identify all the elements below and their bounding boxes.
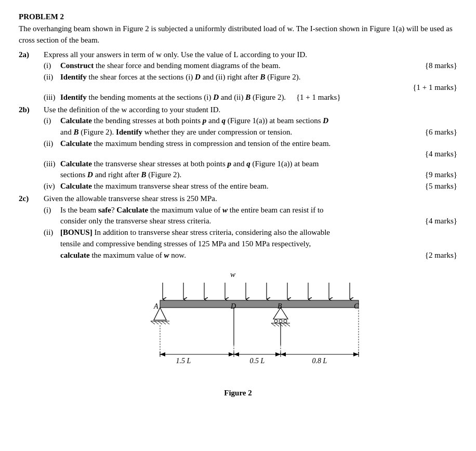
sub-2b-ii-bold: Calculate bbox=[60, 139, 92, 148]
sub-2b-ii-t2: the maximum bending stress in compressio… bbox=[94, 139, 331, 148]
sub-2c-i-label: (i) bbox=[44, 205, 60, 228]
sub-2b-i-p: p bbox=[203, 116, 207, 125]
svg-line-28 bbox=[286, 323, 290, 326]
svg-point-20 bbox=[274, 320, 277, 323]
sub-2a-ii-t3: and (ii) right after bbox=[203, 73, 258, 81]
sub-2c-ii-calc: calculate bbox=[60, 251, 90, 259]
marks-2b-ii: {4 marks} bbox=[19, 150, 457, 158]
sub-2a-ii-bold: Identify bbox=[60, 73, 87, 81]
sub-2a-iii-D: D bbox=[213, 93, 219, 101]
sub-2b-i-bold: Calculate bbox=[60, 116, 92, 125]
intro-text: The overhanging beam shown in Figure 2 i… bbox=[19, 23, 457, 46]
svg-point-22 bbox=[284, 320, 287, 323]
sub-2c-i-w: w bbox=[222, 206, 228, 214]
sub-2b-ii-label: (ii) bbox=[44, 138, 60, 150]
sub-2b-iii-label: (iii) bbox=[44, 158, 60, 181]
sub-2a-i-text2: the shear force and bending moment diagr… bbox=[96, 61, 281, 70]
marks-2b-iv: {5 marks} bbox=[425, 181, 457, 192]
svg-line-13 bbox=[151, 321, 155, 324]
svg-line-14 bbox=[154, 321, 158, 324]
sub-2c-i-calc: Calculate bbox=[116, 206, 148, 214]
sub-2b-iv-label: (iv) bbox=[44, 181, 60, 192]
sub-2b-iii-D: D bbox=[87, 170, 93, 179]
sub-2b-i-D: D bbox=[323, 116, 328, 125]
marks-2a-ii-text: {1 + 1 marks} bbox=[413, 83, 457, 91]
section-2a-label: 2a) bbox=[19, 49, 44, 61]
fig-dim1: 1.5 L bbox=[176, 357, 191, 365]
svg-marker-33 bbox=[160, 352, 165, 356]
sub-2a-ii-B: B bbox=[260, 73, 265, 81]
sub-2a-iii-t2: the bending moments at the sections (i) bbox=[89, 93, 211, 101]
sub-2b-i-q: q bbox=[221, 116, 226, 125]
sub-2c-i-t1: Is the beam bbox=[60, 206, 96, 214]
sub-2a-i-marks: {8 marks} bbox=[425, 60, 457, 72]
sub-2b-iii-B: B bbox=[141, 170, 146, 179]
fig-D-label: D bbox=[230, 302, 236, 310]
sub-2b-i-identify: Identify bbox=[116, 128, 142, 136]
fig-A-label: A bbox=[153, 302, 158, 310]
sub-2a-i-content: Construct the shear force and bending mo… bbox=[60, 60, 457, 72]
sub-2c-i-safe: safe bbox=[98, 206, 111, 214]
marks-2b-iii: {9 marks} bbox=[425, 169, 457, 181]
sub-2b-iv-bold: Calculate bbox=[60, 182, 92, 190]
sub-2a-iii-bold: Identify bbox=[60, 93, 87, 101]
marks-2a-iii: {1 + 1 marks} bbox=[296, 93, 341, 101]
section-2c-label: 2c) bbox=[19, 193, 44, 205]
sub-2c-ii-t2: In addition to transverse shear stress c… bbox=[94, 228, 330, 236]
section-2c-content: Given the allowable transverse shear str… bbox=[44, 193, 457, 205]
section-2a-content: Express all your answers in term of w on… bbox=[44, 49, 457, 61]
sub-2a-iii-t4: (Figure 2). bbox=[253, 93, 286, 101]
sub-2a-ii-content: Identify the shear forces at the section… bbox=[60, 72, 457, 83]
section-2a-intro: Express all your answers in term of w on… bbox=[44, 50, 307, 59]
fig-C-label: C bbox=[354, 302, 359, 310]
sub-2b-iv-content: Calculate the maximum transverse shear s… bbox=[60, 181, 457, 192]
sub-2a-i-bold: Construct bbox=[60, 61, 94, 70]
svg-marker-34 bbox=[229, 352, 234, 356]
marks-2b-i: {6 marks} bbox=[425, 127, 457, 138]
sub-2b-iii-p: p bbox=[228, 160, 232, 168]
fig-dim3: 0.8 L bbox=[312, 357, 327, 365]
svg-line-17 bbox=[165, 321, 169, 324]
marks-2b-ii-text: {4 marks} bbox=[425, 150, 457, 158]
sub-2b-iii-content: Calculate the transverse shear stresses … bbox=[60, 158, 457, 181]
section-2b-intro: Use the definition of the w according to… bbox=[44, 105, 220, 114]
svg-marker-41 bbox=[281, 352, 286, 356]
sub-2b-iv-t2: the maximum transverse shear stress of t… bbox=[94, 182, 269, 190]
sub-2c-ii-w: w bbox=[164, 251, 169, 259]
sub-2a-ii-t4: (Figure 2). bbox=[267, 73, 300, 81]
sub-2c-ii-bonus: [BONUS] bbox=[60, 228, 92, 236]
marks-2c-i: {4 marks} bbox=[425, 216, 457, 227]
problem-title: PROBLEM 2 bbox=[19, 12, 457, 21]
svg-point-21 bbox=[279, 320, 282, 323]
sub-2a-iii-t3: and (ii) bbox=[221, 93, 244, 101]
section-2b-content: Use the definition of the w according to… bbox=[44, 104, 457, 116]
sub-2b-iii-q: q bbox=[246, 160, 250, 168]
svg-line-25 bbox=[275, 323, 279, 326]
sub-2b-i-content: Calculate the bending stresses at both p… bbox=[60, 115, 457, 138]
sub-2a-i-label: (i) bbox=[44, 60, 60, 72]
sub-2a-iii-label: (iii) bbox=[44, 92, 60, 103]
svg-marker-37 bbox=[234, 352, 239, 356]
sub-2c-ii-label: (ii) bbox=[44, 227, 60, 261]
sub-2c-ii-t3: tensile and compressive bending stresses… bbox=[60, 240, 311, 248]
svg-line-15 bbox=[158, 321, 162, 324]
sub-2b-i-t2: the bending stresses at both points bbox=[94, 116, 201, 125]
sub-2a-ii-t2: the shear forces at the sections (i) bbox=[89, 73, 193, 81]
svg-rect-10 bbox=[160, 300, 359, 308]
sub-2c-ii-content: [BONUS] In addition to transverse shear … bbox=[60, 227, 457, 261]
svg-line-27 bbox=[282, 323, 286, 326]
svg-line-16 bbox=[162, 321, 166, 324]
section-2b-label: 2b) bbox=[19, 104, 44, 116]
sub-2b-i-label: (i) bbox=[44, 115, 60, 138]
sub-2b-ii-content: Calculate the maximum bending stress in … bbox=[60, 138, 457, 150]
sub-2a-iii-B: B bbox=[245, 93, 250, 101]
sub-2b-i-t4: (Figure 1(a)) at beam sections bbox=[228, 116, 321, 125]
marks-2c-ii: {2 marks} bbox=[425, 250, 457, 261]
sub-2b-i-t8: whether they are under compression or te… bbox=[144, 128, 293, 136]
figure-caption: Figure 2 bbox=[224, 389, 252, 397]
section-2c-intro: Given the allowable transverse shear str… bbox=[44, 194, 217, 203]
sub-2a-ii-label: (ii) bbox=[44, 72, 60, 83]
svg-marker-38 bbox=[275, 352, 281, 356]
fig-dim2: 0.5 L bbox=[250, 357, 265, 365]
svg-marker-42 bbox=[353, 352, 359, 356]
